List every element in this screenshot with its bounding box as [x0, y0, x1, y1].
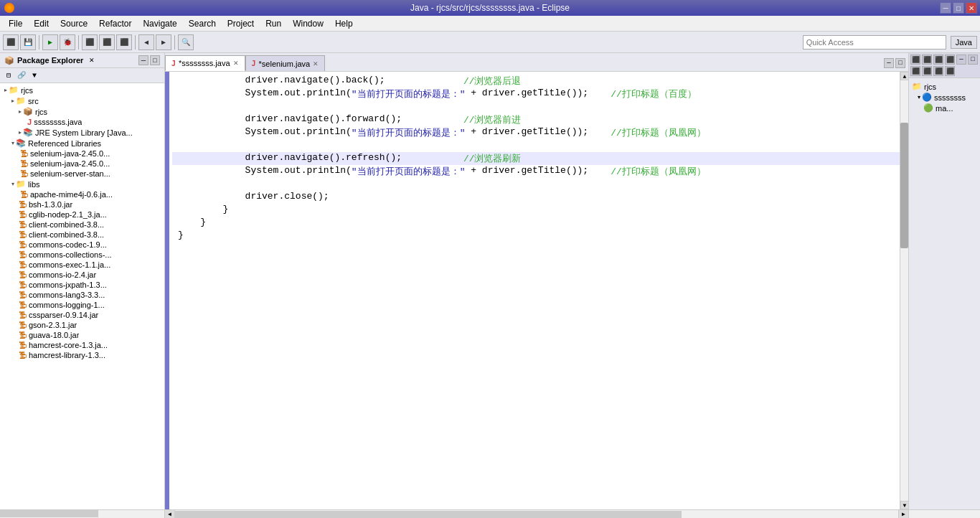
code-left-marker [165, 72, 169, 509]
menu-source[interactable]: Source [55, 17, 93, 30]
code-horizontal-scrollbar[interactable]: ◀ ▶ [165, 509, 908, 518]
minimize-button[interactable]: ─ [940, 2, 951, 14]
outline-maximize-btn[interactable]: □ [968, 55, 978, 65]
jar-icon-cssparser: 🗜 [19, 311, 27, 319]
tree-item-cssparser[interactable]: 🗜 cssparser-0.9.14.jar [0, 310, 164, 320]
outline-btn-1[interactable]: ⬛ [910, 55, 920, 65]
tree-item-logging[interactable]: 🗜 commons-logging-1... [0, 300, 164, 310]
java-perspective-button[interactable]: Java [951, 36, 977, 49]
toolbar-btn-1[interactable]: ⬛ [82, 34, 98, 50]
outline-btn-3[interactable]: ⬛ [933, 55, 943, 65]
outline-header-row2-btn3[interactable]: ⬛ [933, 66, 943, 76]
tree-item-jxpath[interactable]: 🗜 commons-jxpath-1.3... [0, 280, 164, 290]
code-text-4b: + driver.getTitle()); [465, 126, 611, 137]
tree-item-io[interactable]: 🗜 commons-io-2.4.jar [0, 270, 164, 280]
tree-item-apache[interactable]: 🗜 apache-mime4j-0.6.ja... [0, 189, 164, 199]
tree-item-src[interactable]: ▸ 📁 src [0, 95, 164, 106]
toolbar-btn-3[interactable]: ⬛ [116, 34, 132, 50]
menu-help[interactable]: Help [329, 17, 359, 30]
tree-item-jre[interactable]: ▸ 📚 JRE System Library [Java... [0, 127, 164, 138]
menu-run[interactable]: Run [260, 17, 287, 30]
outline-header-row2-btn4[interactable]: ⬛ [945, 66, 955, 76]
tree-item-client2[interactable]: 🗜 client-combined-3.8... [0, 230, 164, 240]
pkg-horizontal-scrollbar[interactable] [0, 509, 164, 518]
pkg-scrollbar-thumb [0, 510, 98, 517]
toolbar-btn-new[interactable]: ⬛ [3, 34, 19, 50]
tree-item-exec[interactable]: 🗜 commons-exec-1.1.ja... [0, 260, 164, 270]
toolbar-btn-forward[interactable]: ▶ [156, 34, 171, 50]
tree-item-rjcs[interactable]: ▸ 📁 rjcs [0, 85, 164, 95]
pkg-minimize-btn[interactable]: ─ [138, 55, 149, 65]
tree-label-bsh: bsh-1.3.0.jar [29, 200, 72, 209]
code-editor[interactable]: driver.navigate().back(); //浏览器后退 System… [165, 72, 900, 509]
menu-project[interactable]: Project [222, 17, 260, 30]
tree-item-sel1[interactable]: 🗜 selenium-java-2.45.0... [0, 149, 164, 159]
scroll-down-arrow[interactable]: ▼ [900, 501, 908, 509]
toolbar-btn-2[interactable]: ⬛ [99, 34, 115, 50]
outline-tree-main[interactable]: 🟢 ma... [912, 103, 977, 113]
tree-item-hamcrest-core[interactable]: 🗜 hamcrest-core-1.3.ja... [0, 340, 164, 350]
tree-item-selserver[interactable]: 🗜 selenium-server-stan... [0, 169, 164, 179]
package-explorer-close-icon[interactable]: ✕ [89, 57, 95, 64]
tree-item-cglib[interactable]: 🗜 cglib-nodep-2.1_3.ja... [0, 209, 164, 220]
outline-tree-rjcs[interactable]: 📁 rjcs [912, 81, 977, 92]
toolbar-btn-back[interactable]: ◀ [138, 34, 154, 50]
outline-header-row2-btn1[interactable]: ⬛ [910, 66, 920, 76]
tree-label-reflibs: Referenced Libraries [28, 139, 101, 148]
scroll-up-arrow[interactable]: ▲ [900, 72, 908, 80]
outline-btn-4[interactable]: ⬛ [945, 55, 955, 65]
scroll-right-arrow[interactable]: ▶ [898, 510, 908, 519]
menu-navigate[interactable]: Navigate [137, 17, 182, 30]
toolbar-sep-3 [135, 35, 136, 50]
code-vertical-scrollbar[interactable]: ▲ ▼ [900, 72, 908, 509]
tree-item-ssssssss[interactable]: J ssssssss.java [0, 117, 164, 127]
editor-tabs: J *ssssssss.java ✕ J *selenium.java ✕ ─ … [165, 53, 908, 72]
tab-close-ssssssss[interactable]: ✕ [233, 60, 239, 67]
tree-label-jxpath: commons-jxpath-1.3... [29, 281, 107, 289]
tree-item-reflibs[interactable]: ▾ 📚 Referenced Libraries [0, 138, 164, 149]
close-button[interactable]: ✕ [966, 2, 977, 14]
menu-window[interactable]: Window [287, 17, 329, 30]
code-line-10: } [172, 230, 900, 242]
tree-label-cglib: cglib-nodep-2.1_3.ja... [29, 210, 107, 219]
pkg-menu-btn[interactable]: ▼ [29, 70, 40, 81]
toolbar-btn-debug[interactable]: 🐞 [60, 34, 75, 50]
editor-tab-minimize-btn[interactable]: ─ [884, 58, 894, 68]
tree-item-lang3[interactable]: 🗜 commons-lang3-3.3... [0, 290, 164, 300]
menu-refactor[interactable]: Refactor [93, 17, 137, 30]
outline-minimize-btn[interactable]: ─ [956, 55, 966, 65]
tree-item-sel2[interactable]: 🗜 selenium-java-2.45.0... [0, 159, 164, 169]
outline-tree-ssssssss[interactable]: ▾ 🔵 ssssssss [912, 92, 977, 103]
scroll-left-arrow[interactable]: ◀ [165, 510, 175, 519]
tree-item-hamcrest-lib[interactable]: 🗜 hamcrest-library-1.3... [0, 350, 164, 360]
menu-file[interactable]: File [3, 17, 28, 30]
toolbar-btn-run[interactable]: ▶ [42, 34, 58, 50]
editor-tab-selenium[interactable]: J *selenium.java ✕ [245, 55, 326, 71]
editor-tab-ssssssss[interactable]: J *ssssssss.java ✕ [165, 55, 245, 71]
tree-item-libs[interactable]: ▾ 📁 libs [0, 179, 164, 189]
menu-edit[interactable]: Edit [28, 17, 55, 30]
tree-item-guava[interactable]: 🗜 guava-18.0.jar [0, 330, 164, 340]
tree-item-collections[interactable]: 🗜 commons-collections-... [0, 250, 164, 260]
maximize-button[interactable]: □ [953, 2, 964, 14]
pkg-link-btn[interactable]: 🔗 [16, 70, 27, 81]
tree-item-codec[interactable]: 🗜 commons-codec-1.9... [0, 240, 164, 250]
right-panel-scrollbar[interactable] [909, 509, 980, 518]
menu-search[interactable]: Search [183, 17, 222, 30]
toolbar-btn-search[interactable]: 🔍 [178, 34, 194, 50]
outline-header-row2-btn2[interactable]: ⬛ [922, 66, 932, 76]
code-text-1a: driver.navigate().back(); [178, 75, 463, 85]
pkg-maximize-btn[interactable]: □ [150, 55, 160, 65]
tree-label-client2: client-combined-3.8... [29, 230, 104, 239]
editor-tab-maximize-btn[interactable]: □ [895, 58, 905, 68]
outline-btn-2[interactable]: ⬛ [922, 55, 932, 65]
pkg-collapse-btn[interactable]: ⊟ [3, 70, 14, 81]
toolbar-btn-save[interactable]: 💾 [20, 34, 36, 50]
tree-item-client1[interactable]: 🗜 client-combined-3.8... [0, 220, 164, 230]
tab-close-selenium[interactable]: ✕ [313, 60, 319, 67]
code-text-7: driver.close(); [178, 191, 329, 202]
quick-access-input[interactable] [803, 35, 946, 50]
tree-item-gson[interactable]: 🗜 gson-2.3.1.jar [0, 320, 164, 330]
tree-item-bsh[interactable]: 🗜 bsh-1.3.0.jar [0, 199, 164, 209]
tree-item-rjcs-pkg[interactable]: ▸ 📦 rjcs [0, 106, 164, 117]
